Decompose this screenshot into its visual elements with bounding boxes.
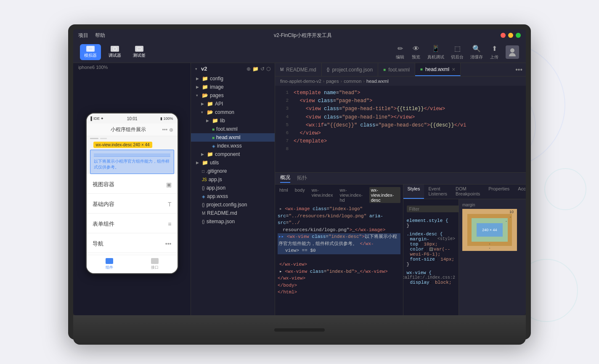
tab-close-icon[interactable]: × <box>452 66 455 73</box>
tab-foot-wxml[interactable]: ■ foot.wxml <box>378 63 415 76</box>
code-line-6: 6 </view> <box>275 129 526 137</box>
tree-folder-image[interactable]: ▶ 📁 image <box>191 83 275 91</box>
file-icon-json3: {} <box>202 219 205 224</box>
breadcrumb-common[interactable]: common <box>344 79 361 84</box>
menu-help[interactable]: 帮助 <box>95 32 105 39</box>
user-avatar[interactable] <box>506 45 519 59</box>
css-source-link[interactable]: localfile:/.index.css:2 <box>403 275 456 280</box>
file-icon-other: □ <box>202 169 204 174</box>
nav-item-1[interactable]: 接口 <box>132 255 178 273</box>
tree-file-app-json[interactable]: ▶ {} app.json <box>191 184 275 192</box>
tab-label-foot: foot.wxml <box>388 67 410 73</box>
file-icon-wxss2: ◈ <box>202 194 205 199</box>
list-item-icon-1: T <box>168 201 172 208</box>
simulator-button[interactable]: 模拟器 <box>80 44 101 60</box>
tree-folder-pages[interactable]: ▾ 📂 pages <box>191 91 275 100</box>
tree-folder-component[interactable]: ▶ 📁 component <box>191 150 275 158</box>
htab-wx-index-desc[interactable]: wx-view.index-desc <box>369 187 400 203</box>
htab-wx-index[interactable]: wx-view.index <box>310 187 335 203</box>
tree-file-project-config[interactable]: ▶ {} project.config.json <box>191 200 275 209</box>
list-item: 导航 ••• <box>87 235 178 253</box>
tree-folder-utils[interactable]: ▶ 📁 utils <box>191 158 275 167</box>
upload-label: 上传 <box>490 54 498 60</box>
file-icon-js: JS <box>202 177 207 182</box>
selected-element: 以下将展示小程序官方组件能力，组件样式仅供参考。 <box>90 150 174 174</box>
tree-file-index-wxss[interactable]: ▶ ◈ index.wxss <box>191 142 275 150</box>
box-model-panel: margin 10 - <box>459 199 526 315</box>
code-editor[interactable]: 1 <template name="head"> 2 <view class="… <box>275 86 526 172</box>
tree-folder-common[interactable]: ▾ 📂 common <box>191 108 275 116</box>
preview-action[interactable]: 👁 预览 <box>411 44 421 60</box>
tab-more-button[interactable]: ••• <box>512 63 526 76</box>
test-button[interactable]: 测试签 <box>129 44 150 60</box>
window-controls <box>501 33 521 38</box>
phone-frame: ▌IDE ✦ 10:01 ▮ 100% ◁ 小程序组件展示 ••• ⊕ <box>86 113 178 274</box>
tree-root-label: v2 <box>201 66 207 72</box>
tree-file-app-js[interactable]: ▶ JS app.js <box>191 175 275 184</box>
list-item-icon-3: ••• <box>165 240 172 247</box>
filter-input[interactable] <box>407 206 459 212</box>
tree-file-head-wxml[interactable]: ▶ ■ head.wxml <box>191 133 275 142</box>
close-button[interactable] <box>501 33 506 38</box>
tree-new-folder-icon[interactable]: 📁 <box>252 66 259 72</box>
htab-wx-index-hd[interactable]: wx-view.index-hd <box>338 187 366 203</box>
minimize-button[interactable] <box>508 33 513 38</box>
htab-body[interactable]: body <box>293 187 307 203</box>
tree-folder-lib[interactable]: ▶ 📁 lib <box>191 116 275 125</box>
tree-folder-config[interactable]: ▶ 📁 config <box>191 74 275 83</box>
upload-action[interactable]: ⬆ 上传 <box>490 44 499 60</box>
laptop-base <box>73 315 526 345</box>
properties-tab[interactable]: Properties <box>484 185 514 199</box>
folder-icon: 📁 <box>202 84 208 90</box>
preview-label: iphone6 100% <box>73 63 191 71</box>
hover-element-label: wx-view.index-desc 240 × 44 <box>93 142 152 148</box>
accessibility-tab[interactable]: Accessibility <box>514 185 526 199</box>
tab-overview[interactable]: 概况 <box>280 174 290 183</box>
edit-action[interactable]: ✏ 编辑 <box>395 44 405 60</box>
dom-breakpoints-tab[interactable]: DOM Breakpoints <box>451 185 484 199</box>
tree-collapse-icon[interactable]: ⬡ <box>266 66 270 72</box>
time-status: 10:01 <box>127 116 138 121</box>
svg-rect-2 <box>137 47 141 50</box>
simulator-label: 模拟器 <box>84 53 97 58</box>
menu-project[interactable]: 项目 <box>78 32 88 39</box>
styles-tab[interactable]: Styles <box>403 185 424 199</box>
tree-file-gitignore[interactable]: ▶ □ .gitignore <box>191 167 275 175</box>
code-line-2: 2 <view class="page-head"> <box>275 97 526 105</box>
html-tabs: html body wx-view.index wx-view.index-hd… <box>278 187 400 203</box>
nav-item-0[interactable]: 组件 <box>87 255 132 273</box>
tab-label-head: head.wxml <box>425 66 449 72</box>
debugger-button[interactable]: 调试器 <box>104 44 125 60</box>
phone-menu-icon: ••• ⊕ <box>162 127 173 133</box>
htab-html[interactable]: html <box>278 187 290 203</box>
tree-file-sitemap[interactable]: ▶ {} sitemap.json <box>191 217 275 226</box>
tree-file-foot-wxml[interactable]: ▶ ■ foot.wxml <box>191 125 275 133</box>
bottom-content: html body wx-view.index wx-view.index-hd… <box>275 185 526 315</box>
tab-topology[interactable]: 拓扑 <box>297 174 307 182</box>
phone-container: ▌IDE ✦ 10:01 ▮ 100% ◁ 小程序组件展示 ••• ⊕ <box>73 71 191 315</box>
test-icon <box>135 46 143 52</box>
background-action[interactable]: ⬚ 切后台 <box>451 44 464 60</box>
tree-folder-api[interactable]: ▶ 📁 API <box>191 100 275 108</box>
code-line-5: 5 <wx:if="{{desc}}" class="page-head-des… <box>275 121 526 129</box>
tab-project-config[interactable]: {} project.config.json <box>322 63 378 76</box>
bottom-tabs-bar: 概况 拓扑 <box>275 173 526 185</box>
tree-file-app-wxss[interactable]: ▶ ◈ app.wxss <box>191 192 275 200</box>
tab-head-wxml[interactable]: ■ head.wxml × <box>415 63 461 76</box>
breadcrumb-root[interactable]: fino-applet-demo-v2 <box>280 79 321 84</box>
device-debug-action[interactable]: 📱 真机调试 <box>427 44 444 60</box>
screen: 项目 帮助 v2-FinClip小程序开发工具 模拟器 <box>73 29 526 315</box>
event-listeners-tab[interactable]: Event Listeners <box>424 185 451 199</box>
tree-refresh-icon[interactable]: ↺ <box>260 66 265 72</box>
nav-icon-1 <box>151 258 159 264</box>
code-line-3: 3 <view class="page-head-title">{{title}… <box>275 105 526 113</box>
maximize-button[interactable] <box>516 33 521 38</box>
file-icon-xml-selected: ■ <box>212 135 215 140</box>
selected-text: 以下将展示小程序官方组件能力，组件样式仅供参考。 <box>94 158 170 170</box>
tab-icon-foot: ■ <box>383 67 386 72</box>
tree-new-file-icon[interactable]: ⊕ <box>246 66 251 72</box>
clear-action[interactable]: 🔍 清缓存 <box>470 44 483 60</box>
breadcrumb-pages[interactable]: pages <box>326 79 339 84</box>
tree-file-readme[interactable]: ▶ M README.md <box>191 209 275 217</box>
tab-readme[interactable]: M README.md <box>275 63 322 76</box>
